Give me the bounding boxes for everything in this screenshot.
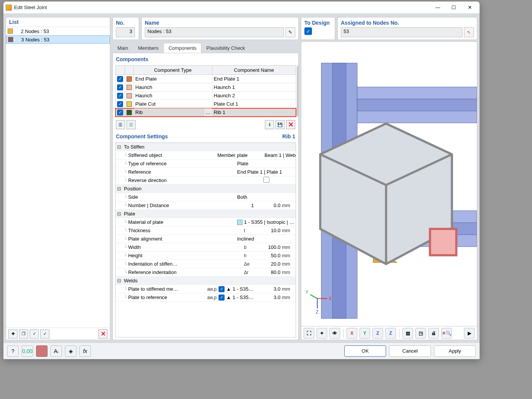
svg-rect-31 — [430, 229, 456, 255]
list-item[interactable]: 2 Nodes : 53 — [6, 27, 110, 35]
todesign-checkbox[interactable]: ✓ — [304, 27, 312, 35]
tab-members[interactable]: Members — [133, 43, 163, 53]
property-row[interactable]: └Reference indentationΔr80.0mm — [116, 268, 296, 277]
property-checkbox[interactable] — [263, 177, 269, 183]
titlebar: Edit Steel Joint — ☐ ✕ — [3, 2, 480, 14]
view-axes-button[interactable]: ✦ — [317, 328, 327, 339]
help-button[interactable]: ? — [7, 345, 19, 357]
collapse-icon[interactable]: ⊟ — [116, 278, 122, 283]
property-row[interactable]: └Plate alignmentInclined — [116, 235, 296, 243]
cancel-button[interactable]: Cancel — [389, 345, 431, 357]
list-rows: 2 Nodes : 53 3 Nodes : 53 — [6, 27, 110, 328]
col-name: Component Name — [212, 66, 296, 75]
comp-import-button[interactable]: ⬇ — [265, 120, 274, 129]
comp-delete-button[interactable]: ✕ — [286, 120, 295, 129]
property-group[interactable]: ⊟Position — [116, 185, 296, 193]
name-label: Name — [145, 20, 295, 26]
formula-button[interactable]: fx — [79, 345, 91, 357]
col-type: Component Type — [134, 66, 212, 75]
dialog-window: Edit Steel Joint — ☐ ✕ List 2 Nodes : 53… — [3, 1, 480, 359]
comp-new2-button[interactable]: ☰ — [127, 120, 136, 129]
view-eye-button[interactable]: 👁 — [329, 328, 340, 339]
name-edit-button[interactable]: ✎ — [285, 27, 295, 37]
collapse-icon[interactable]: ⊟ — [116, 211, 122, 217]
row-swatch-icon — [127, 93, 132, 98]
viewport-3d[interactable]: X Y Z ⛶ ✦ 👁 — [301, 41, 477, 340]
view-x-button[interactable]: X — [347, 328, 357, 339]
property-row[interactable]: └Stiffened objectMember plateBeam 1 | We… — [116, 151, 296, 160]
row-checkbox[interactable]: ✓ — [117, 101, 123, 107]
property-row[interactable]: └ReferenceEnd Plate 1 | Plate 1 — [116, 168, 296, 176]
color-button[interactable] — [36, 345, 48, 357]
viewcube-icon[interactable] — [301, 45, 474, 340]
property-group[interactable]: ⊟Plate — [116, 210, 296, 218]
row-checkbox[interactable]: ✓ — [117, 93, 123, 99]
view-z2-button[interactable]: Z — [385, 328, 396, 339]
collapse-icon[interactable]: ⊟ — [116, 186, 122, 192]
component-row[interactable]: ✓ Haunch Haunch 1 — [116, 83, 296, 92]
component-row[interactable]: ✓ Rib… Rib 1 — [116, 108, 296, 117]
name-input[interactable]: Nodes : 53 — [145, 27, 284, 37]
property-row[interactable]: └Type of referencePlate — [116, 160, 296, 168]
property-row[interactable]: └Heighth50.0mm — [116, 252, 296, 260]
assigned-label: Assigned to Nodes No. — [341, 20, 474, 26]
list-check-button[interactable]: ✓ — [30, 329, 39, 339]
property-row[interactable]: └Thicknesst10.0mm — [116, 226, 296, 235]
view-cube-button[interactable]: ◳ — [415, 328, 426, 339]
comp-save-button[interactable]: 💾 — [276, 120, 285, 129]
component-row[interactable]: ✓ Plate Cut Plate Cut 1 — [116, 100, 296, 108]
units-button[interactable]: 0,00 — [22, 345, 33, 357]
app-icon — [6, 5, 12, 11]
list-copy-button[interactable]: ❐ — [19, 329, 28, 339]
view-z-button[interactable]: Z — [372, 328, 383, 339]
no-label: No. — [116, 20, 136, 26]
view-layers-button[interactable]: ▤ — [402, 328, 413, 339]
property-row[interactable]: └Material of plate1 - S355 | Isotropic |… — [116, 218, 296, 226]
assigned-pick-button[interactable]: ↖ — [464, 27, 474, 37]
property-row[interactable]: └Plate to stiffened me…aw,p…✓▲1 - S35…3.… — [116, 285, 296, 293]
view-expand-button[interactable]: ▶ — [464, 328, 475, 339]
apply-button[interactable]: Apply — [434, 345, 476, 357]
list-delete-button[interactable]: ✕ — [98, 329, 108, 339]
property-group[interactable]: ⊟To Stiffen — [116, 143, 296, 151]
list-check2-button[interactable]: ✓ — [40, 329, 49, 339]
row-more-button[interactable]: … — [204, 108, 212, 116]
property-row[interactable]: └Widthb100.0mm — [116, 243, 296, 252]
property-row[interactable]: └SideBoth — [116, 193, 296, 201]
row-checkbox[interactable]: ✓ — [117, 84, 123, 90]
property-tree[interactable]: ⊟To Stiffen└Stiffened objectMember plate… — [115, 142, 296, 337]
property-row[interactable]: └Plate to referenceaw,p…✓▲1 - S35…3.0mm — [116, 293, 296, 302]
comp-new-button[interactable]: ☰ — [116, 120, 125, 129]
row-swatch-icon — [127, 76, 132, 82]
row-swatch-icon — [127, 110, 132, 115]
list-swatch-icon — [8, 37, 13, 42]
view-search-button[interactable]: ✕🔍 — [441, 328, 452, 339]
property-row[interactable]: └Indentation of stiffen…Δe20.0mm — [116, 260, 296, 268]
no-input[interactable]: 3 — [116, 27, 135, 37]
font-button[interactable]: Aᵢ — [51, 345, 62, 357]
tab-components[interactable]: Components — [163, 43, 201, 53]
maximize-button[interactable]: ☐ — [446, 2, 461, 13]
window-button[interactable]: ◈ — [65, 345, 76, 357]
assigned-input[interactable]: 53 — [341, 27, 462, 37]
view-fit-button[interactable]: ⛶ — [304, 328, 314, 339]
view-print-button[interactable]: 🖨 — [428, 328, 439, 339]
tab-plausibility-check[interactable]: Plausibility Check — [201, 43, 250, 53]
property-row[interactable]: └Number | Distance10.0mm — [116, 201, 296, 210]
ok-button[interactable]: OK — [344, 345, 386, 357]
list-item[interactable]: 3 Nodes : 53 — [6, 35, 110, 44]
property-group[interactable]: ⊟Welds — [116, 277, 296, 285]
component-row[interactable]: ✓ End Plate End Plate 1 — [116, 75, 296, 83]
close-button[interactable]: ✕ — [462, 2, 477, 13]
component-row[interactable]: ✓ Haunch Haunch 2 — [116, 92, 296, 100]
row-swatch-icon — [127, 101, 132, 107]
collapse-icon[interactable]: ⊟ — [116, 144, 122, 150]
view-y-button[interactable]: Y — [359, 328, 370, 339]
row-checkbox[interactable]: ✓ — [117, 109, 123, 116]
property-row[interactable]: └Reverse direction — [116, 176, 296, 185]
row-checkbox[interactable]: ✓ — [117, 76, 123, 82]
window-title: Edit Steel Joint — [14, 5, 430, 10]
tab-main[interactable]: Main — [112, 43, 133, 53]
minimize-button[interactable]: — — [430, 2, 445, 13]
list-new-button[interactable]: ✚ — [8, 329, 17, 339]
